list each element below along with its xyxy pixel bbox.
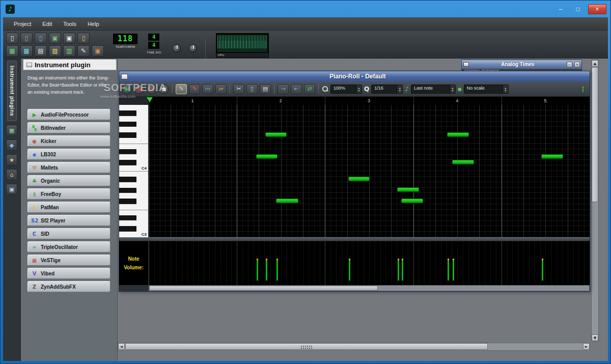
note[interactable] bbox=[452, 160, 474, 164]
analog-times-titlebar[interactable]: Analog Times – × bbox=[462, 60, 581, 69]
black-key[interactable] bbox=[119, 177, 136, 182]
menu-project[interactable]: Project bbox=[8, 17, 37, 30]
toolbar-menu-dots-icon[interactable]: ⋮ bbox=[579, 85, 587, 93]
mdi-horizontal-scrollbar[interactable]: ◄ ► bbox=[118, 343, 590, 351]
combo-arrows-icon[interactable]: ▴▾ bbox=[503, 85, 508, 93]
note[interactable] bbox=[541, 154, 563, 159]
note-volume-bar[interactable] bbox=[266, 260, 267, 281]
note-volume-bar[interactable] bbox=[453, 260, 454, 281]
instrument-zynaddsubfx[interactable]: ZZynAddSubFX bbox=[27, 281, 110, 292]
hscroll-thumb[interactable] bbox=[125, 343, 488, 350]
tempo-value[interactable]: 118 bbox=[113, 34, 137, 44]
scale-combobox[interactable]: No scale ▴▾ bbox=[464, 85, 509, 94]
combo-arrows-icon[interactable]: ▴▾ bbox=[450, 85, 455, 93]
instrument-audiofileprocessor[interactable]: ▶AudioFileProcessor bbox=[27, 109, 110, 120]
menu-edit[interactable]: Edit bbox=[37, 17, 58, 30]
note-volume-bar[interactable] bbox=[402, 260, 403, 281]
black-key[interactable] bbox=[119, 226, 136, 232]
combo-arrows-icon[interactable]: ▴▾ bbox=[356, 85, 362, 93]
menu-tools[interactable]: Tools bbox=[58, 17, 82, 30]
hscroll-thumb[interactable] bbox=[149, 286, 378, 291]
instrument-sf2player[interactable]: S2Sf2 Player bbox=[27, 215, 110, 226]
note-volume-bar[interactable] bbox=[398, 260, 399, 281]
scroll-right-icon[interactable]: ► bbox=[583, 343, 590, 350]
black-key[interactable] bbox=[119, 199, 136, 204]
project-notes-button[interactable]: ✎ bbox=[77, 45, 90, 57]
tab-instrument-plugins[interactable]: Instrument plugins bbox=[7, 61, 17, 121]
grid-volume-divider[interactable] bbox=[119, 237, 590, 241]
note[interactable] bbox=[276, 199, 298, 203]
black-key[interactable] bbox=[119, 215, 136, 221]
instrument-organic[interactable]: ♣Organic bbox=[27, 175, 110, 186]
my-projects-tab[interactable]: ▦ bbox=[6, 125, 17, 136]
instrument-bitinvader[interactable]: ▚BitInvader bbox=[27, 122, 110, 133]
note[interactable] bbox=[256, 154, 277, 159]
hscroll-track[interactable] bbox=[149, 285, 590, 291]
timesig-denominator[interactable]: 4 bbox=[148, 42, 159, 49]
record-accompany-button[interactable]: ◉ bbox=[147, 84, 157, 94]
instrument-tripleoscillator[interactable]: ≈TripleOscillator bbox=[27, 241, 110, 253]
loop-points-button[interactable]: ⇤ bbox=[291, 84, 302, 94]
close-button[interactable]: × bbox=[588, 4, 606, 14]
quantize-combobox[interactable]: 1/16 ▴▾ bbox=[371, 85, 403, 94]
autoscroll-button[interactable]: → bbox=[277, 84, 289, 94]
note-volume-bar[interactable] bbox=[542, 260, 543, 281]
scroll-down-icon[interactable]: ▼ bbox=[592, 334, 598, 341]
note-volume-bar[interactable] bbox=[349, 260, 350, 281]
stop-button[interactable]: ■ bbox=[159, 84, 169, 94]
note-volume-bar[interactable] bbox=[276, 260, 278, 281]
note-grid[interactable] bbox=[149, 105, 590, 237]
black-key[interactable] bbox=[119, 160, 136, 165]
my-samples-tab[interactable]: ◆ bbox=[6, 139, 17, 151]
my-presets-tab[interactable]: ★ bbox=[6, 154, 17, 165]
instrument-sid[interactable]: CSID bbox=[27, 228, 110, 239]
stop-behaviour-button[interactable]: ⇄ bbox=[304, 84, 315, 94]
note[interactable] bbox=[401, 199, 423, 203]
tempo-display[interactable]: 118 TEMPO/BPM bbox=[113, 34, 137, 48]
black-key[interactable] bbox=[119, 122, 136, 127]
automation-editor-button[interactable]: ▨ bbox=[49, 45, 61, 57]
timesig-numerator[interactable]: 4 bbox=[148, 34, 159, 41]
note-volume-area[interactable] bbox=[149, 241, 590, 285]
my-home-tab[interactable]: ⌂ bbox=[6, 169, 17, 180]
copy-button[interactable]: ▯ bbox=[246, 84, 258, 94]
song-editor-button[interactable]: ▦ bbox=[6, 45, 18, 57]
timesig-display[interactable]: 4 4 TIME SIG bbox=[147, 34, 161, 54]
paste-button[interactable]: ▤ bbox=[260, 84, 271, 94]
bb-editor-button[interactable]: ▩ bbox=[20, 45, 33, 57]
black-key[interactable] bbox=[119, 149, 136, 155]
black-key[interactable] bbox=[119, 188, 136, 193]
master-volume-knob[interactable] bbox=[173, 44, 181, 52]
play-button[interactable]: ▶ bbox=[122, 84, 132, 94]
piano-roll-button[interactable]: ▤ bbox=[35, 45, 47, 57]
note[interactable] bbox=[397, 187, 419, 192]
new-project-button[interactable]: ▯ bbox=[6, 33, 18, 44]
note-volume-bar[interactable] bbox=[448, 260, 449, 281]
mdi-vertical-scrollbar[interactable]: ▲ ▼ bbox=[591, 60, 599, 342]
note[interactable] bbox=[265, 132, 287, 137]
maximize-button[interactable]: □ bbox=[571, 4, 585, 14]
piano-roll-titlebar[interactable]: Piano-Roll - Default bbox=[119, 71, 590, 81]
save-project-button[interactable]: ▣ bbox=[49, 33, 61, 44]
instrument-lb302[interactable]: ◆LB302 bbox=[27, 149, 110, 160]
playhead-marker-icon[interactable] bbox=[147, 97, 153, 102]
minimize-button[interactable]: – bbox=[553, 4, 568, 14]
instrument-vibed[interactable]: VVibed bbox=[27, 268, 110, 279]
zoom-combobox[interactable]: 100% ▴▾ bbox=[330, 85, 362, 94]
scroll-left-icon[interactable]: ◄ bbox=[118, 343, 125, 350]
black-key[interactable] bbox=[119, 110, 136, 116]
analog-times-minimize-button[interactable]: – bbox=[567, 62, 572, 67]
master-pitch-knob[interactable] bbox=[189, 44, 197, 52]
erase-mode-button[interactable]: ✎ bbox=[189, 84, 200, 94]
fx-mixer-button[interactable]: ▥ bbox=[63, 45, 75, 57]
note-length-combobox[interactable]: Last note ▴▾ bbox=[411, 85, 456, 94]
instrument-freeboy[interactable]: ▮FreeBoy bbox=[27, 188, 110, 200]
piano-keyboard[interactable]: C4C3 bbox=[119, 105, 149, 237]
cut-button[interactable]: ✂ bbox=[233, 84, 244, 94]
draw-mode-button[interactable]: ✎ bbox=[176, 84, 187, 94]
menu-help[interactable]: Help bbox=[82, 17, 105, 30]
instrument-vestige[interactable]: ▦VeSTige bbox=[27, 255, 110, 266]
detune-mode-button[interactable]: ▱ bbox=[215, 84, 227, 94]
open-project-button[interactable]: ▯ bbox=[20, 33, 33, 44]
open-recent-project-button[interactable]: ▯ bbox=[35, 33, 47, 44]
